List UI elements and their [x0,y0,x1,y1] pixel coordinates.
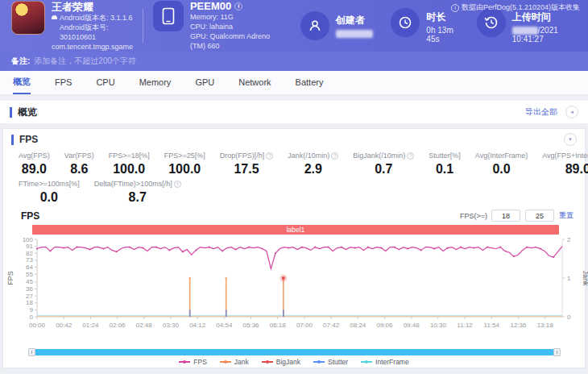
svg-text:2: 2 [567,236,571,243]
help-icon[interactable]: ? [266,152,273,160]
stat-ftime-100ms-: FTime>=100ms[%]0.0 [11,180,87,205]
data-source-note: i 数据由PerfDog(5.1.210204)版本收集 [451,2,580,13]
note-bar[interactable]: 备注: 添加备注，不超过200个字符 [0,52,588,71]
svg-text:04:54: 04:54 [216,322,233,329]
duration-label: 时长 [426,11,458,23]
reset-link[interactable]: 重置 [559,210,574,221]
game-title: 王者荣耀 [52,1,133,13]
stat-value: 8.7 [94,190,181,205]
fps-threshold-input-2[interactable] [525,210,554,222]
stat-label: BigJank(/10min) [353,152,405,160]
legend-jank[interactable]: Jank [220,358,249,366]
phone-icon [153,1,184,31]
stat-label: FPS>=18[%] [109,152,150,160]
stat-value: 0.0 [475,162,528,177]
fps-threshold-input-1[interactable] [491,210,520,222]
stat-label: Var(FPS) [64,152,94,160]
svg-text:02:06: 02:06 [110,322,126,329]
stat-value: 8.6 [64,162,94,177]
stat-label: Stutter[%] [429,152,461,160]
android-version-name: Android版本名: 3.1.1.6 [60,13,133,23]
device-info-group: PEEM00 i Memory: 11G CPU: lahaina GPU: Q… [153,1,282,51]
help-icon[interactable]: ? [331,152,338,160]
device-info-icon[interactable]: i [234,2,242,10]
svg-text:09:06: 09:06 [376,322,393,329]
legend-fps[interactable]: FPS [179,358,207,366]
legend-bigjank[interactable]: BigJank [262,358,300,366]
legend-label: FPS [193,358,207,366]
svg-text:11:54: 11:54 [484,322,500,329]
scrollbar-left-handle[interactable] [28,348,35,356]
svg-text:Jank: Jank [582,270,588,286]
device-name: PEEM00 [190,1,231,12]
stat-jank-10min-: Jank(/10min)?2.9 [280,152,346,177]
svg-text:73: 73 [26,256,33,264]
legend-interframe[interactable]: InterFrame [361,358,409,366]
tab-battery[interactable]: Battery [296,71,324,94]
svg-text:03:30: 03:30 [163,322,180,329]
clock-icon [391,8,420,37]
legend-stutter[interactable]: Stutter [313,358,348,366]
device-memory: Memory: 11G [190,12,282,22]
export-all-link[interactable]: 导出全部 [525,106,557,118]
tab-network[interactable]: Network [238,71,271,94]
svg-text:1: 1 [567,275,571,282]
stat-delta-ftime-100ms-h-: Delta(FTime)>100ms[/h]?8.7 [87,180,188,205]
tab-gpu[interactable]: GPU [195,71,214,94]
svg-text:10:30: 10:30 [430,322,447,329]
svg-text:11:12: 11:12 [457,322,473,329]
overview-title: 概览 [18,106,37,119]
device-cpu: CPU: lahaina [190,22,282,31]
user-icon [300,11,329,40]
stat-fps-18-: FPS>=18[%]100.0 [101,152,157,177]
game-app-icon [11,1,45,35]
stat-value: 100.0 [164,162,205,177]
upload-time-group: 上传时间 /2021 10:41:27 [477,8,577,44]
tab-fps[interactable]: FPS [55,71,72,94]
stat-label: Avg(FPS+InterFrame) [542,152,588,160]
android-version-code: Android版本号: 301010601 [52,23,133,42]
tab-概览[interactable]: 概览 [13,71,31,94]
help-icon[interactable]: ? [407,152,414,160]
svg-text:13:18: 13:18 [537,322,554,329]
svg-text:02:48: 02:48 [136,322,153,329]
svg-text:04:12: 04:12 [189,322,206,329]
legend-marker-icon [361,361,372,363]
creator-group: 创建者 [300,11,373,40]
creator-label: 创建者 [336,15,373,26]
tab-memory[interactable]: Memory [139,71,172,94]
stat-avg-fps-: Avg(FPS)89.0 [11,152,57,177]
header-divider [143,9,143,43]
package-name: com.tencent.tmgp.sgame [52,42,133,52]
upload-date-redacted [512,27,538,35]
main-tabs: 概览FPSCPUMemoryGPUNetworkBattery [0,71,588,95]
stat-value: 0.7 [353,162,414,177]
collapse-down-button[interactable]: ▾ [564,133,577,146]
scrollbar-right-handle[interactable] [553,348,561,356]
fps-chart-header: FPS FPS(>=) 重置 [3,205,585,224]
stat-avg-fps-interframe-: Avg(FPS+InterFrame)89.0 [535,152,588,177]
stat-value: 2.9 [288,162,338,177]
legend-label: InterFrame [375,358,409,366]
stat-label: FPS>=25[%] [164,152,205,160]
svg-text:36: 36 [26,285,33,293]
overview-section-bar: 概览 导出全部 ◂ [0,101,588,123]
fps-chart[interactable]: 09182736455564738291100012FPSJank00:0000… [3,235,588,344]
collapse-left-button[interactable]: ◂ [565,106,578,118]
fps-chart-title: FPS [21,210,39,222]
stat-value: 17.5 [220,162,274,177]
svg-text:07:42: 07:42 [323,322,340,329]
stat-label: Drop(FPS)[/h] [220,152,265,160]
stat-stutter-: Stutter[%]0.1 [421,152,468,177]
help-icon[interactable]: ? [174,181,181,188]
stat-value: 89.0 [19,162,50,177]
legend-label: Jank [234,358,249,366]
legend-marker-icon [262,361,273,363]
label1-band[interactable]: label1 [32,225,559,235]
chart-range-scrollbar[interactable] [29,349,560,355]
creator-name-redacted [336,30,373,38]
chart-legend: FPSJankBigJankStutterInterFrame [3,358,585,366]
fps-panel-title: FPS [19,134,38,145]
tab-cpu[interactable]: CPU [96,71,114,94]
svg-text:91: 91 [26,243,33,250]
